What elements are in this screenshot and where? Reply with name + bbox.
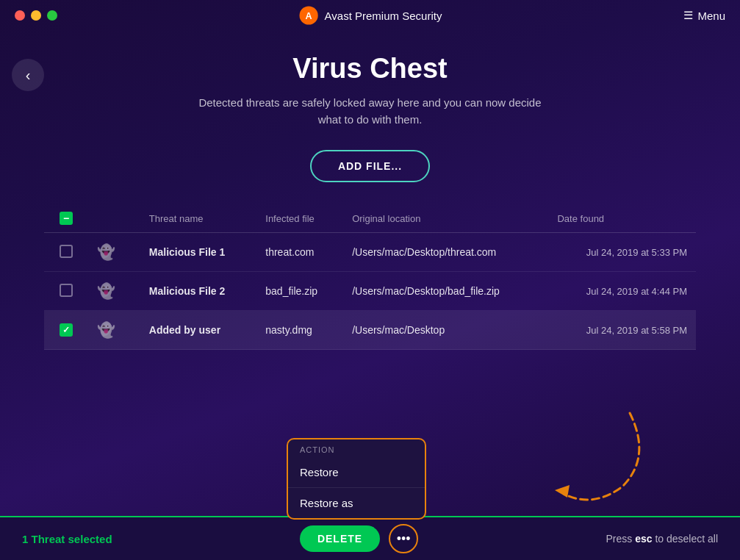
add-file-button[interactable]: ADD FILE... <box>310 150 430 182</box>
ghost-icon: 👻 <box>97 282 115 300</box>
ellipsis-icon: ••• <box>397 531 411 547</box>
threat-count: 1 Threat selected <box>22 533 112 545</box>
row3-checkbox-cell <box>44 311 88 350</box>
row1-infected-file: threat.com <box>256 233 343 272</box>
header-date-found: Date found <box>548 204 696 233</box>
esc-hint: Press esc to deselect all <box>606 533 718 545</box>
table-row: 👻 Malicious File 1 threat.com /Users/mac… <box>44 233 696 272</box>
row1-checkbox[interactable] <box>60 245 73 258</box>
delete-button[interactable]: DELETE <box>300 525 380 552</box>
maximize-button[interactable] <box>47 10 57 21</box>
row3-date-found: Jul 24, 2019 at 5:58 PM <box>548 311 696 350</box>
row3-checkbox[interactable] <box>60 323 73 337</box>
status-bar: 1 Threat selected DELETE ••• Press esc t… <box>0 516 740 560</box>
table-header-row: Threat name Infected file Original locat… <box>44 204 696 233</box>
traffic-lights <box>15 10 57 21</box>
action-label: ACTION <box>288 439 425 457</box>
titlebar: A Avast Premium Security ☰ Menu <box>0 0 740 31</box>
esc-key: esc <box>635 533 652 545</box>
header-infected-file: Infected file <box>256 204 343 233</box>
close-button[interactable] <box>15 10 25 21</box>
ghost-icon: 👻 <box>97 243 115 261</box>
row3-icon-cell: 👻 <box>88 311 140 350</box>
row3-threat-name: Added by user <box>140 311 256 350</box>
page-title: Virus Chest <box>44 53 696 85</box>
row1-checkbox-cell <box>44 233 88 272</box>
main-content: Virus Chest Detected threats are safely … <box>0 31 740 350</box>
row2-original-location: /Users/mac/Desktop/bad_file.zip <box>343 272 548 311</box>
header-icon <box>88 204 140 233</box>
row3-infected-file: nasty.dmg <box>256 311 343 350</box>
restore-action-item[interactable]: Restore <box>288 457 425 488</box>
select-all-checkbox[interactable] <box>60 212 73 225</box>
row2-icon-cell: 👻 <box>88 272 140 311</box>
menu-button[interactable]: ☰ Menu <box>683 9 725 22</box>
row2-date-found: Jul 24, 2019 at 4:44 PM <box>548 272 696 311</box>
row1-date-found: Jul 24, 2019 at 5:33 PM <box>548 233 696 272</box>
row2-checkbox-cell <box>44 272 88 311</box>
svg-text:A: A <box>305 11 312 21</box>
header-checkbox-cell <box>44 204 88 233</box>
svg-marker-2 <box>555 485 570 498</box>
back-arrow-icon: ‹ <box>26 67 31 84</box>
minimize-button[interactable] <box>31 10 41 21</box>
table-row: 👻 Added by user nasty.dmg /Users/mac/Des… <box>44 311 696 350</box>
header-threat-name: Threat name <box>140 204 256 233</box>
app-title-area: A Avast Premium Security <box>298 5 442 26</box>
back-button[interactable]: ‹ <box>12 59 44 91</box>
threat-table: Threat name Infected file Original locat… <box>44 204 696 350</box>
row1-original-location: /Users/mac/Desktop/threat.com <box>343 233 548 272</box>
action-dropdown: ACTION Restore Restore as <box>287 438 426 520</box>
page-subtitle: Detected threats are safely locked away … <box>44 95 696 128</box>
table-row: 👻 Malicious File 2 bad_file.zip /Users/m… <box>44 272 696 311</box>
status-actions: DELETE ••• <box>300 524 418 553</box>
row1-threat-name: Malicious File 1 <box>140 233 256 272</box>
header-original-location: Original location <box>343 204 548 233</box>
row2-threat-name: Malicious File 2 <box>140 272 256 311</box>
avast-logo-icon: A <box>298 5 319 26</box>
annotation-arrow <box>505 398 667 516</box>
restore-as-action-item[interactable]: Restore as <box>288 488 425 518</box>
row2-checkbox[interactable] <box>60 284 73 297</box>
row1-icon-cell: 👻 <box>88 233 140 272</box>
ghost-icon: 👻 <box>97 321 115 339</box>
row2-infected-file: bad_file.zip <box>256 272 343 311</box>
row3-original-location: /Users/mac/Desktop <box>343 311 548 350</box>
hamburger-icon: ☰ <box>683 9 693 22</box>
app-name-label: Avast Premium Security <box>325 10 442 22</box>
more-actions-button[interactable]: ••• <box>389 524 418 553</box>
